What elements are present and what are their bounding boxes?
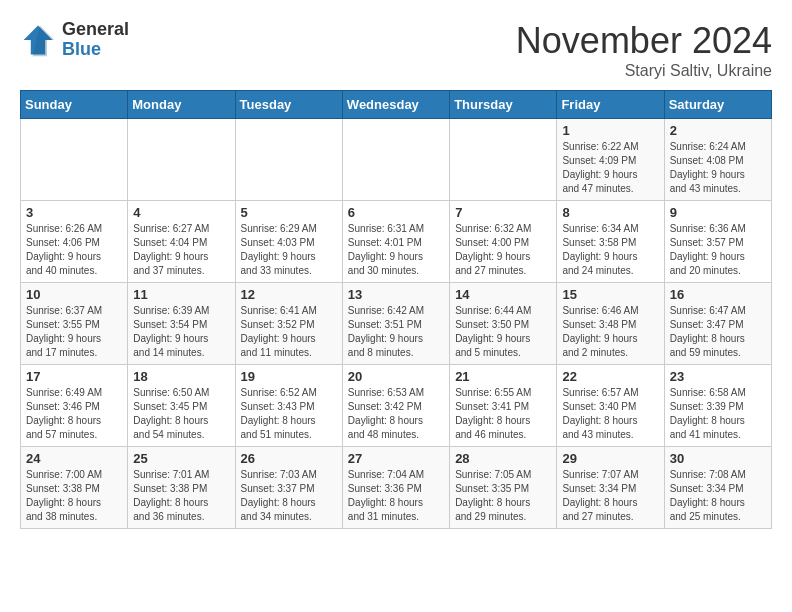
day-number: 30 xyxy=(670,451,766,466)
calendar-cell: 6Sunrise: 6:31 AM Sunset: 4:01 PM Daylig… xyxy=(342,201,449,283)
day-info: Sunrise: 6:58 AM Sunset: 3:39 PM Dayligh… xyxy=(670,386,766,442)
day-info: Sunrise: 7:04 AM Sunset: 3:36 PM Dayligh… xyxy=(348,468,444,524)
calendar-cell: 30Sunrise: 7:08 AM Sunset: 3:34 PM Dayli… xyxy=(664,447,771,529)
calendar-cell xyxy=(235,119,342,201)
day-number: 2 xyxy=(670,123,766,138)
day-number: 7 xyxy=(455,205,551,220)
day-info: Sunrise: 6:44 AM Sunset: 3:50 PM Dayligh… xyxy=(455,304,551,360)
month-title: November 2024 xyxy=(516,20,772,62)
calendar-cell: 19Sunrise: 6:52 AM Sunset: 3:43 PM Dayli… xyxy=(235,365,342,447)
day-number: 23 xyxy=(670,369,766,384)
day-info: Sunrise: 6:41 AM Sunset: 3:52 PM Dayligh… xyxy=(241,304,337,360)
day-number: 19 xyxy=(241,369,337,384)
day-info: Sunrise: 6:34 AM Sunset: 3:58 PM Dayligh… xyxy=(562,222,658,278)
day-info: Sunrise: 6:29 AM Sunset: 4:03 PM Dayligh… xyxy=(241,222,337,278)
day-info: Sunrise: 6:42 AM Sunset: 3:51 PM Dayligh… xyxy=(348,304,444,360)
calendar-cell: 9Sunrise: 6:36 AM Sunset: 3:57 PM Daylig… xyxy=(664,201,771,283)
calendar-cell: 10Sunrise: 6:37 AM Sunset: 3:55 PM Dayli… xyxy=(21,283,128,365)
header-saturday: Saturday xyxy=(664,91,771,119)
header-thursday: Thursday xyxy=(450,91,557,119)
day-number: 22 xyxy=(562,369,658,384)
calendar-cell: 24Sunrise: 7:00 AM Sunset: 3:38 PM Dayli… xyxy=(21,447,128,529)
day-number: 15 xyxy=(562,287,658,302)
logo-text: General Blue xyxy=(62,20,129,60)
day-number: 27 xyxy=(348,451,444,466)
calendar-cell: 27Sunrise: 7:04 AM Sunset: 3:36 PM Dayli… xyxy=(342,447,449,529)
day-number: 6 xyxy=(348,205,444,220)
calendar-cell: 2Sunrise: 6:24 AM Sunset: 4:08 PM Daylig… xyxy=(664,119,771,201)
day-number: 18 xyxy=(133,369,229,384)
day-number: 9 xyxy=(670,205,766,220)
day-number: 16 xyxy=(670,287,766,302)
day-info: Sunrise: 7:01 AM Sunset: 3:38 PM Dayligh… xyxy=(133,468,229,524)
day-number: 11 xyxy=(133,287,229,302)
day-number: 14 xyxy=(455,287,551,302)
day-number: 13 xyxy=(348,287,444,302)
day-info: Sunrise: 6:46 AM Sunset: 3:48 PM Dayligh… xyxy=(562,304,658,360)
day-info: Sunrise: 7:08 AM Sunset: 3:34 PM Dayligh… xyxy=(670,468,766,524)
day-number: 10 xyxy=(26,287,122,302)
day-info: Sunrise: 6:52 AM Sunset: 3:43 PM Dayligh… xyxy=(241,386,337,442)
day-info: Sunrise: 7:07 AM Sunset: 3:34 PM Dayligh… xyxy=(562,468,658,524)
day-info: Sunrise: 6:31 AM Sunset: 4:01 PM Dayligh… xyxy=(348,222,444,278)
day-info: Sunrise: 6:53 AM Sunset: 3:42 PM Dayligh… xyxy=(348,386,444,442)
day-number: 12 xyxy=(241,287,337,302)
calendar-cell: 22Sunrise: 6:57 AM Sunset: 3:40 PM Dayli… xyxy=(557,365,664,447)
calendar-cell: 12Sunrise: 6:41 AM Sunset: 3:52 PM Dayli… xyxy=(235,283,342,365)
calendar-week-5: 24Sunrise: 7:00 AM Sunset: 3:38 PM Dayli… xyxy=(21,447,772,529)
day-number: 4 xyxy=(133,205,229,220)
calendar-cell: 18Sunrise: 6:50 AM Sunset: 3:45 PM Dayli… xyxy=(128,365,235,447)
calendar-cell: 20Sunrise: 6:53 AM Sunset: 3:42 PM Dayli… xyxy=(342,365,449,447)
calendar-cell: 3Sunrise: 6:26 AM Sunset: 4:06 PM Daylig… xyxy=(21,201,128,283)
calendar-cell: 4Sunrise: 6:27 AM Sunset: 4:04 PM Daylig… xyxy=(128,201,235,283)
day-info: Sunrise: 6:36 AM Sunset: 3:57 PM Dayligh… xyxy=(670,222,766,278)
calendar-cell: 16Sunrise: 6:47 AM Sunset: 3:47 PM Dayli… xyxy=(664,283,771,365)
day-info: Sunrise: 6:26 AM Sunset: 4:06 PM Dayligh… xyxy=(26,222,122,278)
calendar-cell xyxy=(21,119,128,201)
logo-general: General xyxy=(62,20,129,40)
calendar-cell xyxy=(342,119,449,201)
calendar-cell: 23Sunrise: 6:58 AM Sunset: 3:39 PM Dayli… xyxy=(664,365,771,447)
calendar-cell: 29Sunrise: 7:07 AM Sunset: 3:34 PM Dayli… xyxy=(557,447,664,529)
day-info: Sunrise: 6:24 AM Sunset: 4:08 PM Dayligh… xyxy=(670,140,766,196)
calendar-week-4: 17Sunrise: 6:49 AM Sunset: 3:46 PM Dayli… xyxy=(21,365,772,447)
header-monday: Monday xyxy=(128,91,235,119)
day-info: Sunrise: 7:05 AM Sunset: 3:35 PM Dayligh… xyxy=(455,468,551,524)
calendar-cell: 14Sunrise: 6:44 AM Sunset: 3:50 PM Dayli… xyxy=(450,283,557,365)
day-number: 5 xyxy=(241,205,337,220)
calendar-cell: 8Sunrise: 6:34 AM Sunset: 3:58 PM Daylig… xyxy=(557,201,664,283)
calendar-cell: 11Sunrise: 6:39 AM Sunset: 3:54 PM Dayli… xyxy=(128,283,235,365)
header-tuesday: Tuesday xyxy=(235,91,342,119)
calendar-cell: 26Sunrise: 7:03 AM Sunset: 3:37 PM Dayli… xyxy=(235,447,342,529)
day-info: Sunrise: 6:57 AM Sunset: 3:40 PM Dayligh… xyxy=(562,386,658,442)
day-number: 21 xyxy=(455,369,551,384)
day-number: 28 xyxy=(455,451,551,466)
day-info: Sunrise: 7:03 AM Sunset: 3:37 PM Dayligh… xyxy=(241,468,337,524)
logo: General Blue xyxy=(20,20,129,60)
logo-blue: Blue xyxy=(62,40,129,60)
day-info: Sunrise: 7:00 AM Sunset: 3:38 PM Dayligh… xyxy=(26,468,122,524)
calendar-table: SundayMondayTuesdayWednesdayThursdayFrid… xyxy=(20,90,772,529)
day-info: Sunrise: 6:39 AM Sunset: 3:54 PM Dayligh… xyxy=(133,304,229,360)
day-number: 1 xyxy=(562,123,658,138)
logo-icon xyxy=(20,22,56,58)
day-info: Sunrise: 6:22 AM Sunset: 4:09 PM Dayligh… xyxy=(562,140,658,196)
calendar-cell: 17Sunrise: 6:49 AM Sunset: 3:46 PM Dayli… xyxy=(21,365,128,447)
location: Staryi Saltiv, Ukraine xyxy=(516,62,772,80)
day-number: 24 xyxy=(26,451,122,466)
day-info: Sunrise: 6:55 AM Sunset: 3:41 PM Dayligh… xyxy=(455,386,551,442)
calendar-cell xyxy=(450,119,557,201)
header-friday: Friday xyxy=(557,91,664,119)
calendar-cell xyxy=(128,119,235,201)
day-info: Sunrise: 6:32 AM Sunset: 4:00 PM Dayligh… xyxy=(455,222,551,278)
day-info: Sunrise: 6:47 AM Sunset: 3:47 PM Dayligh… xyxy=(670,304,766,360)
calendar-week-3: 10Sunrise: 6:37 AM Sunset: 3:55 PM Dayli… xyxy=(21,283,772,365)
day-info: Sunrise: 6:37 AM Sunset: 3:55 PM Dayligh… xyxy=(26,304,122,360)
day-number: 25 xyxy=(133,451,229,466)
day-number: 26 xyxy=(241,451,337,466)
day-number: 8 xyxy=(562,205,658,220)
calendar-cell: 25Sunrise: 7:01 AM Sunset: 3:38 PM Dayli… xyxy=(128,447,235,529)
day-number: 3 xyxy=(26,205,122,220)
header-sunday: Sunday xyxy=(21,91,128,119)
title-block: November 2024 Staryi Saltiv, Ukraine xyxy=(516,20,772,80)
